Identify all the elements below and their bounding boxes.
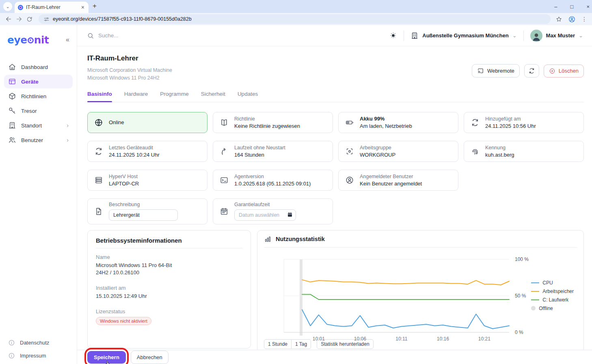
chevron-down-icon: ⌄ bbox=[512, 32, 517, 39]
search-box[interactable] bbox=[87, 32, 385, 39]
browser-window: ⌄ IT-Raum-Lehrer × + – □ × eyeonit.org/d… bbox=[0, 0, 592, 364]
panel-title: Nutzungsstatistik bbox=[276, 236, 325, 242]
info-card-agent: Agentversion1.0.2025.618 (05.11.2025 09:… bbox=[213, 170, 333, 191]
browser-tab[interactable]: IT-Raum-Lehrer × bbox=[15, 2, 89, 13]
info-card-audit: Letztes Geräteaudit24.11.2025 10:24 Uhr bbox=[87, 141, 207, 162]
org-selector[interactable]: Außenstelle Gymnasium München ⌄ bbox=[411, 32, 516, 40]
info-card-kennung: Kennungkuh.ast.berg bbox=[464, 141, 584, 162]
legend-item[interactable]: C: Laufwerk bbox=[531, 297, 574, 303]
devices-icon bbox=[8, 78, 16, 86]
cast-icon bbox=[477, 67, 484, 74]
back-button[interactable] bbox=[4, 15, 13, 24]
svg-text:10:06: 10:06 bbox=[354, 336, 366, 342]
cancel-button[interactable]: Abbrechen bbox=[131, 351, 169, 364]
legend-item[interactable]: Offline bbox=[531, 306, 574, 311]
sync-device-button[interactable] bbox=[524, 64, 539, 78]
forward-arrow-icon bbox=[15, 15, 23, 23]
sidebar-item-label: Standort bbox=[21, 123, 42, 129]
tab-programme[interactable]: Programme bbox=[160, 91, 189, 102]
x-circle-icon bbox=[549, 68, 555, 74]
chevron-down-icon: ⌄ bbox=[6, 4, 9, 9]
legend-item[interactable]: Arbeitspeicher bbox=[531, 289, 574, 294]
sidebar-item-standort[interactable]: Standort › bbox=[4, 118, 73, 132]
sidebar-item-richtlinien[interactable]: Richtlinien bbox=[4, 89, 73, 103]
new-tab-button[interactable]: + bbox=[93, 2, 97, 10]
chevron-down-icon: ⌄ bbox=[579, 32, 583, 39]
legend-label: C: Laufwerk bbox=[542, 297, 568, 303]
info-card-benutzer: Angemeldeter BenutzerKein Benutzer angem… bbox=[338, 170, 458, 191]
building-icon bbox=[411, 32, 419, 40]
window-maximize-button[interactable]: □ bbox=[569, 4, 575, 10]
status-card-online: Online bbox=[87, 112, 207, 133]
window-close-button[interactable]: × bbox=[585, 4, 591, 10]
info-icon bbox=[8, 339, 15, 346]
reload-icon bbox=[26, 16, 33, 23]
description-input[interactable] bbox=[109, 209, 178, 221]
calendar-icon bbox=[220, 207, 229, 216]
sidebar-item-impressum[interactable]: Impressum bbox=[8, 352, 49, 359]
tab-sicherheit[interactable]: Sicherheit bbox=[201, 91, 225, 102]
cube-icon bbox=[8, 92, 16, 100]
sidebar-item-label: Datenschutz bbox=[20, 340, 49, 346]
sidebar-item-dashboard[interactable]: Dashboard bbox=[4, 60, 73, 74]
logo-o-icon bbox=[28, 37, 34, 43]
site-info-icon[interactable] bbox=[43, 16, 50, 22]
user-name: Max Muster bbox=[546, 32, 575, 39]
footer-action-bar: Speichern Abbrechen bbox=[77, 350, 592, 364]
sync-icon bbox=[94, 147, 103, 156]
reload-button[interactable] bbox=[25, 15, 34, 24]
users-icon bbox=[8, 136, 16, 144]
back-arrow-icon bbox=[5, 15, 12, 23]
svg-text:10:11: 10:11 bbox=[395, 336, 407, 342]
sidebar-item-tresor[interactable]: Tresor bbox=[4, 104, 73, 118]
save-button[interactable]: Speichern bbox=[87, 351, 126, 364]
tab-search-button[interactable]: ⌄ bbox=[3, 2, 12, 11]
legend-swatch bbox=[531, 291, 539, 292]
legend-label: Offline bbox=[539, 306, 553, 311]
tab-hardware[interactable]: Hardware bbox=[124, 91, 148, 102]
tab-basisinfo[interactable]: Basisinfo bbox=[87, 91, 112, 102]
sync-icon bbox=[471, 118, 480, 127]
sidebar-item-geraete[interactable]: Geräte bbox=[4, 75, 73, 88]
svg-text:10:16: 10:16 bbox=[437, 336, 449, 342]
user-menu[interactable]: Max Muster ⌄ bbox=[530, 30, 583, 42]
legend-item[interactable]: CPU bbox=[531, 280, 574, 286]
browser-menu-icon[interactable]: ⋮ bbox=[581, 16, 587, 22]
document-icon bbox=[94, 207, 103, 216]
sidebar-item-label: Geräte bbox=[21, 79, 39, 85]
tab-updates[interactable]: Updates bbox=[238, 91, 258, 102]
webremote-button[interactable]: Webremote bbox=[472, 64, 520, 78]
sidebar-item-label: Impressum bbox=[20, 353, 46, 359]
legend-swatch bbox=[531, 299, 539, 300]
bookmark-star-icon[interactable] bbox=[555, 16, 562, 23]
sidebar-collapse-icon[interactable]: « bbox=[66, 36, 69, 43]
url-bar[interactable]: eyeonit.org/devices/71587f55-c913-11f0-8… bbox=[39, 14, 551, 24]
info-card-hyperv: HyperV HostLAPTOP-CR bbox=[87, 170, 207, 191]
window-minimize-button[interactable]: – bbox=[553, 4, 559, 10]
legend-label: CPU bbox=[542, 280, 553, 286]
forward-button[interactable] bbox=[15, 15, 24, 24]
calendar-picker-icon[interactable] bbox=[287, 212, 293, 218]
svg-text:0 %: 0 % bbox=[515, 330, 523, 335]
tab-title: IT-Raum-Lehrer bbox=[26, 4, 78, 10]
delete-button[interactable]: Löschen bbox=[544, 65, 584, 78]
svg-text:50 %: 50 % bbox=[515, 293, 526, 299]
theme-sun-icon[interactable] bbox=[389, 32, 397, 39]
info-card-richtlinie: RichtlinieKeine Richtlinie zugewiesen bbox=[213, 112, 333, 133]
sidebar-item-datenschutz[interactable]: Datenschutz bbox=[8, 339, 49, 346]
sidebar-item-benutzer[interactable]: Benutzer › bbox=[4, 133, 73, 147]
legend-label: Arbeitspeicher bbox=[542, 289, 574, 294]
svg-text:10:21: 10:21 bbox=[478, 336, 490, 342]
usage-chart-svg: 100 %50 %0 %10:0110:0610:1110:1610:21 bbox=[266, 249, 546, 343]
tab-close-icon[interactable]: × bbox=[80, 4, 85, 11]
empty-cell bbox=[464, 170, 584, 191]
empty-cell bbox=[464, 198, 584, 224]
usage-chart: 100 %50 %0 %10:0110:0610:1110:1610:21 CP… bbox=[264, 248, 577, 339]
os-info-panel: Betriebssysteminformationen Name Microso… bbox=[87, 230, 251, 349]
sidebar-item-label: Richtlinien bbox=[21, 93, 46, 99]
browser-profile-icon[interactable] bbox=[568, 15, 576, 23]
search-input[interactable] bbox=[98, 32, 220, 39]
topbar: Außenstelle Gymnasium München ⌄ Max Must… bbox=[77, 25, 592, 46]
divider bbox=[523, 30, 524, 41]
building-icon bbox=[8, 121, 16, 129]
